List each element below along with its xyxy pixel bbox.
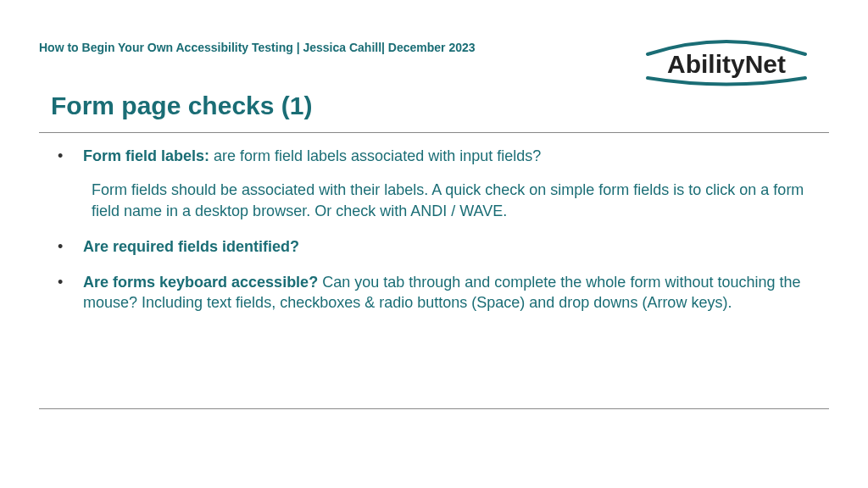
bullet-label: Are required fields identified? — [83, 238, 299, 255]
svg-text:AbilityNet: AbilityNet — [667, 50, 786, 78]
abilitynet-logo: AbilityNet — [637, 36, 815, 90]
bullet-detail: Form fields should be associated with th… — [51, 180, 817, 221]
bullet-label: Are forms keyboard accessible? — [83, 274, 322, 291]
header-breadcrumb: How to Begin Your Own Accessibility Test… — [39, 41, 476, 54]
bullet-label: Form field labels: — [83, 147, 214, 164]
bullet-required-fields: Are required fields identified? — [51, 236, 817, 257]
slide-content: Form field labels: are form field labels… — [51, 146, 817, 329]
bullet-keyboard-accessible: Are forms keyboard accessible? Can you t… — [51, 272, 817, 313]
bullet-form-field-labels: Form field labels: are form field labels… — [51, 146, 817, 166]
divider-top — [39, 132, 829, 133]
slide-title: Form page checks (1) — [51, 92, 312, 120]
divider-bottom — [39, 408, 829, 409]
bullet-question: are form field labels associated with in… — [214, 147, 541, 164]
